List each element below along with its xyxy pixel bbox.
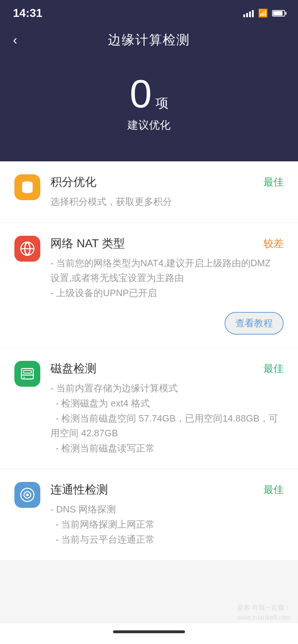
nat-title-row: 网络 NAT 类型 较差 <box>50 236 284 252</box>
signal-icon <box>243 9 254 17</box>
hero-count: 0 项 <box>130 74 168 114</box>
battery-icon <box>272 10 285 17</box>
wifi-icon: 📶 <box>258 9 268 18</box>
score-title: 积分优化 <box>50 174 96 190</box>
view-tutorial-button[interactable]: 查看教程 <box>225 312 284 335</box>
connectivity-body: 连通性检测 最佳 - DNS 网络探测 - 当前网络探测上网正常 - 当前与云平… <box>50 482 284 547</box>
hero-section: 0 项 建议优化 <box>0 60 298 161</box>
hero-count-number: 0 <box>130 74 152 114</box>
connectivity-status: 最佳 <box>263 483 284 497</box>
score-status: 最佳 <box>263 175 284 189</box>
back-button[interactable]: ‹ <box>13 33 17 48</box>
nat-body: 网络 NAT 类型 较差 - 当前您的网络类型为NAT4,建议开启上级路由的DM… <box>50 236 284 335</box>
score-body: 积分优化 最佳 选择积分模式，获取更多积分 <box>50 174 284 210</box>
score-title-row: 积分优化 最佳 <box>50 174 284 190</box>
connectivity-title: 连通性检测 <box>50 482 108 498</box>
status-icons: 📶 <box>243 9 285 18</box>
svg-rect-7 <box>23 371 31 373</box>
hero-subtitle: 建议优化 <box>127 118 171 133</box>
disk-body: 磁盘检测 最佳 - 当前内置存储为边缘计算模式 - 检测磁盘为 ext4 格式 … <box>50 361 284 456</box>
page-title: 边缘计算检测 <box>108 31 190 49</box>
score-icon <box>14 174 40 200</box>
disk-title: 磁盘检测 <box>50 361 96 377</box>
list-item-score: 积分优化 最佳 选择积分模式，获取更多积分 <box>0 161 298 223</box>
svg-point-8 <box>26 494 28 496</box>
hero-count-unit: 项 <box>155 97 168 110</box>
disk-status: 最佳 <box>263 362 284 376</box>
status-time: 14:31 <box>13 6 42 20</box>
score-desc: 选择积分模式，获取更多积分 <box>50 194 284 210</box>
nat-desc: - 当前您的网络类型为NAT4,建议开启上级路由的DMZ 设置,或者将无线宝设置… <box>50 256 284 301</box>
nat-icon <box>14 236 40 262</box>
nat-title: 网络 NAT 类型 <box>50 236 125 252</box>
nat-status: 较差 <box>263 237 284 250</box>
disk-title-row: 磁盘检测 最佳 <box>50 361 284 377</box>
list-item-nat: 网络 NAT 类型 较差 - 当前您的网络类型为NAT4,建议开启上级路由的DM… <box>0 223 298 348</box>
status-bar: 14:31 📶 <box>0 0 298 24</box>
home-indicator <box>113 630 185 633</box>
bottom-bar <box>0 623 298 644</box>
connectivity-desc: - DNS 网络探测 - 当前网络探测上网正常 - 当前与云平台连通正常 <box>50 502 284 547</box>
content-list: 积分优化 最佳 选择积分模式，获取更多积分 网络 NAT 类型 较差 <box>0 161 298 560</box>
header: ‹ 边缘计算检测 <box>0 24 298 60</box>
list-item-connectivity: 连通性检测 最佳 - DNS 网络探测 - 当前网络探测上网正常 - 当前与云平… <box>0 469 298 560</box>
svg-point-6 <box>23 377 25 378</box>
list-item-disk: 磁盘检测 最佳 - 当前内置存储为边缘计算模式 - 检测磁盘为 ext4 格式 … <box>0 348 298 469</box>
watermark: 爱客·有我一起赚！ www.zuanke8.com <box>237 603 291 622</box>
disk-icon <box>14 361 40 387</box>
connectivity-icon <box>14 482 40 508</box>
connectivity-title-row: 连通性检测 最佳 <box>50 482 284 498</box>
disk-desc: - 当前内置存储为边缘计算模式 - 检测磁盘为 ext4 格式 - 检测当前磁盘… <box>50 381 284 456</box>
